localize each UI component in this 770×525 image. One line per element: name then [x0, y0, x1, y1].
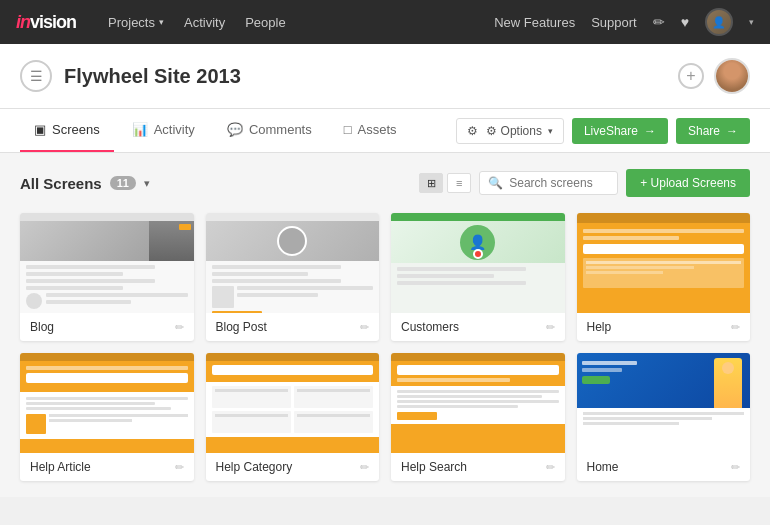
screen-name-blog: Blog	[30, 320, 54, 334]
share-button[interactable]: Share →	[676, 118, 750, 144]
search-input[interactable]	[509, 176, 609, 190]
screen-card-blog[interactable]: Blog ✏	[20, 213, 194, 341]
activity-icon: 📊	[132, 122, 148, 137]
add-collaborator-button[interactable]: +	[678, 63, 704, 89]
avatar-image	[716, 60, 748, 92]
tabs-bar: ▣ Screens 📊 Activity 💬 Comments □ Assets…	[0, 109, 770, 153]
search-icon: 🔍	[488, 176, 503, 190]
edit-icon-help[interactable]: ✏	[731, 321, 740, 334]
screen-card-helpsearch[interactable]: Help Search ✏	[391, 353, 565, 481]
grid-view-button[interactable]: ⊞	[419, 173, 443, 193]
project-title: Flywheel Site 2013	[64, 65, 241, 88]
options-button[interactable]: ⚙ ⚙ Options ▾	[456, 118, 564, 144]
screen-label-blogpost: Blog Post ✏	[206, 313, 380, 341]
screen-card-helparticle[interactable]: Help Article ✏	[20, 353, 194, 481]
screen-label-home: Home ✏	[577, 453, 751, 481]
screen-thumb-customers: 👤	[391, 213, 565, 313]
chevron-down-icon-user: ▾	[749, 17, 754, 27]
edit-icon-blogpost[interactable]: ✏	[360, 321, 369, 334]
liveshare-button[interactable]: LiveShare →	[572, 118, 668, 144]
screen-thumb-home	[577, 353, 751, 453]
screens-count-badge: 11	[110, 176, 136, 190]
tab-assets[interactable]: □ Assets	[330, 109, 411, 152]
screen-name-helparticle: Help Article	[30, 460, 91, 474]
screen-label-customers: Customers ✏	[391, 313, 565, 341]
content-header: All Screens 11 ▾ ⊞ ≡ 🔍 + Upload Screens	[20, 169, 750, 197]
comments-icon: 💬	[227, 122, 243, 137]
screen-name-helpcategory: Help Category	[216, 460, 293, 474]
screen-name-help: Help	[587, 320, 612, 334]
project-header: ☰ Flywheel Site 2013 +	[0, 44, 770, 109]
chevron-down-icon: ▾	[159, 17, 164, 27]
nav-items: Projects ▾ Activity People	[108, 15, 470, 30]
tab-comments[interactable]: 💬 Comments	[213, 109, 326, 152]
screen-card-home[interactable]: Home ✏	[577, 353, 751, 481]
assets-icon: □	[344, 122, 352, 137]
project-owner-avatar[interactable]	[714, 58, 750, 94]
screen-label-helparticle: Help Article ✏	[20, 453, 194, 481]
user-avatar-nav[interactable]: 👤	[705, 8, 733, 36]
screen-thumb-help	[577, 213, 751, 313]
edit-icon-customers[interactable]: ✏	[546, 321, 555, 334]
edit-icon-helpcategory[interactable]: ✏	[360, 461, 369, 474]
edit-icon-helpsearch[interactable]: ✏	[546, 461, 555, 474]
logo[interactable]: invision	[16, 12, 76, 33]
nav-people[interactable]: People	[245, 15, 285, 30]
screen-thumb-helparticle	[20, 353, 194, 453]
project-title-area: ☰ Flywheel Site 2013	[20, 60, 241, 92]
edit-icon-home[interactable]: ✏	[731, 461, 740, 474]
nav-support[interactable]: Support	[591, 15, 637, 30]
heart-icon[interactable]: ♥	[681, 14, 689, 30]
tabs-left: ▣ Screens 📊 Activity 💬 Comments □ Assets	[20, 109, 411, 152]
screens-dropdown-arrow[interactable]: ▾	[144, 177, 150, 190]
screens-icon: ▣	[34, 122, 46, 137]
chevron-down-icon-options: ▾	[548, 126, 553, 136]
logo-text: invision	[16, 12, 76, 33]
screen-label-helpsearch: Help Search ✏	[391, 453, 565, 481]
screen-thumb-helpcategory	[206, 353, 380, 453]
screen-thumb-blog	[20, 213, 194, 313]
upload-screens-button[interactable]: + Upload Screens	[626, 169, 750, 197]
screen-label-help: Help ✏	[577, 313, 751, 341]
nav-new-features[interactable]: New Features	[494, 15, 575, 30]
edit-icon-helparticle[interactable]: ✏	[175, 461, 184, 474]
screen-name-helpsearch: Help Search	[401, 460, 467, 474]
screen-card-help[interactable]: Help ✏	[577, 213, 751, 341]
all-screens-label: All Screens	[20, 175, 102, 192]
screens-grid: Blog ✏	[20, 213, 750, 481]
view-toggle: ⊞ ≡	[419, 173, 471, 193]
project-icon: ☰	[20, 60, 52, 92]
top-navigation: invision Projects ▾ Activity People New …	[0, 0, 770, 44]
screen-label-helpcategory: Help Category ✏	[206, 453, 380, 481]
list-view-button[interactable]: ≡	[447, 173, 471, 193]
content-header-right: ⊞ ≡ 🔍 + Upload Screens	[419, 169, 750, 197]
tab-activity[interactable]: 📊 Activity	[118, 109, 209, 152]
screen-name-customers: Customers	[401, 320, 459, 334]
screen-thumb-blogpost	[206, 213, 380, 313]
nav-activity[interactable]: Activity	[184, 15, 225, 30]
tab-screens[interactable]: ▣ Screens	[20, 109, 114, 152]
screen-card-customers[interactable]: 👤 Customers ✏	[391, 213, 565, 341]
tabs-right: ⚙ ⚙ Options ▾ LiveShare → Share →	[456, 118, 750, 144]
screen-name-home: Home	[587, 460, 619, 474]
screens-title-area: All Screens 11 ▾	[20, 175, 150, 192]
screen-card-helpcategory[interactable]: Help Category ✏	[206, 353, 380, 481]
edit-icon-blog[interactable]: ✏	[175, 321, 184, 334]
search-box: 🔍	[479, 171, 618, 195]
gear-icon: ⚙	[467, 124, 478, 138]
content-area: All Screens 11 ▾ ⊞ ≡ 🔍 + Upload Screens	[0, 153, 770, 497]
screen-card-blogpost[interactable]: Blog Post ✏	[206, 213, 380, 341]
nav-right: New Features Support ✏ ♥ 👤 ▾	[494, 8, 754, 36]
screen-name-blogpost: Blog Post	[216, 320, 267, 334]
nav-projects[interactable]: Projects ▾	[108, 15, 164, 30]
screen-label-blog: Blog ✏	[20, 313, 194, 341]
pencil-icon[interactable]: ✏	[653, 14, 665, 30]
project-header-right: +	[678, 58, 750, 94]
screen-thumb-helpsearch	[391, 353, 565, 453]
